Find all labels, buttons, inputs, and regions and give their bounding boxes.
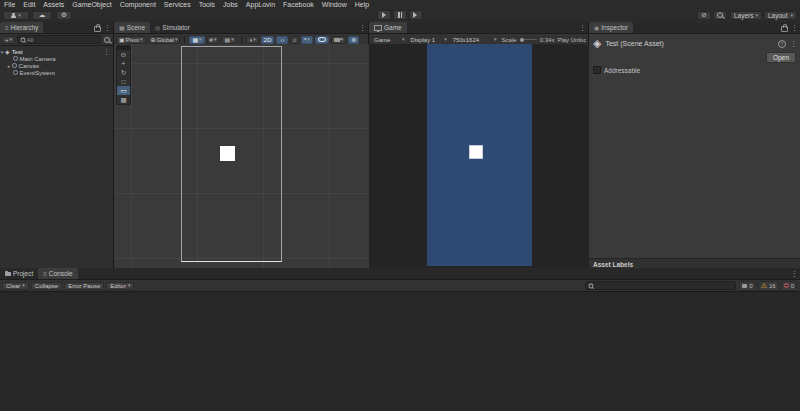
kebab-menu-icon[interactable]: ⋮	[579, 24, 586, 31]
kebab-menu-icon[interactable]: ⋮	[791, 270, 798, 277]
play-button[interactable]	[377, 10, 391, 20]
transform-tool-button[interactable]: ▩	[117, 95, 130, 104]
clear-button[interactable]: Clear ▾	[2, 282, 29, 290]
scene-name-label: Test	[12, 49, 23, 55]
view-tool-button[interactable]: ⊙	[117, 50, 130, 59]
rect-tool-button[interactable]: ▭	[117, 86, 130, 95]
layout-dropdown[interactable]: Layout ▾	[764, 11, 797, 20]
menu-tools[interactable]: Tools	[195, 0, 219, 9]
cloud-button[interactable]: ☁	[32, 11, 52, 20]
tab-hierarchy[interactable]: ≡ Hierarchy	[0, 22, 43, 33]
warning-count-toggle[interactable]: ⚠ 16	[758, 281, 779, 291]
move-tool-button[interactable]: +	[117, 59, 130, 68]
open-button[interactable]: Open	[766, 52, 796, 63]
menu-edit[interactable]: Edit	[19, 0, 39, 9]
collapse-button[interactable]: Collapse	[31, 282, 62, 290]
effects-dropdown[interactable]: * ▾	[301, 36, 313, 44]
editor-dropdown[interactable]: Editor ▾	[106, 282, 134, 290]
tree-item-scene[interactable]: ▾ ◈ Test ⋮	[0, 48, 113, 55]
menu-gameobject[interactable]: GameObject	[68, 0, 115, 9]
error-count-toggle[interactable]: 0	[781, 281, 797, 291]
menu-jobs[interactable]: Jobs	[219, 0, 242, 9]
tab-scene[interactable]: ▦ Scene	[114, 22, 150, 33]
display-dropdown[interactable]: Display 1 ▾	[408, 36, 450, 44]
console-search-field[interactable]	[585, 281, 736, 290]
kebab-menu-icon[interactable]: ⋮	[103, 48, 110, 55]
menu-window[interactable]: Window	[318, 0, 351, 9]
lock-icon[interactable]	[94, 26, 101, 32]
play-icon	[382, 12, 386, 18]
error-pause-label: Error Pause	[68, 283, 100, 289]
tab-simulator[interactable]: ◎ Simulator	[150, 22, 195, 33]
search-everywhere-button[interactable]	[713, 11, 727, 20]
gameobject-icon	[12, 63, 17, 68]
scene-white-square[interactable]	[220, 146, 235, 161]
error-pause-button[interactable]: Error Pause	[64, 282, 104, 290]
chevron-down-icon: ▾	[175, 37, 178, 42]
expand-icon[interactable]: ▸	[7, 63, 11, 69]
kebab-menu-icon[interactable]: ⋮	[791, 24, 798, 31]
2d-mode-button[interactable]: 2D	[261, 36, 275, 44]
step-button[interactable]	[409, 10, 423, 20]
scene-tabbar: ▦ Scene ◎ Simulator ⋮	[114, 22, 368, 34]
rotate-tool-icon: ↻	[121, 69, 126, 77]
tree-item-eventsystem[interactable]: EventSystem	[0, 69, 113, 76]
camera-settings-dropdown[interactable]: ▾	[331, 36, 347, 44]
scene-viewport[interactable]: ⊙ + ↻ □ ▭ ▩	[114, 44, 369, 268]
search-window-icon[interactable]	[104, 37, 110, 43]
scale-slider[interactable]	[520, 39, 537, 40]
hierarchy-search-field[interactable]	[17, 35, 101, 44]
shading-mode-dropdown[interactable]: ◑ ▾	[246, 36, 259, 44]
rotate-tool-button[interactable]: ↻	[117, 68, 130, 77]
tab-console[interactable]: ≡ Console	[38, 268, 77, 279]
tree-item-canvas[interactable]: ▸ Canvas	[0, 62, 113, 69]
snap-increment-icon: ▤	[224, 37, 230, 43]
gizmos-button[interactable]: ⊛	[348, 36, 359, 44]
menu-help[interactable]: Help	[351, 0, 373, 9]
kebab-menu-icon[interactable]: ⋮	[104, 24, 111, 31]
game-viewport[interactable]	[369, 44, 589, 268]
global-toggle-button[interactable]: ⊕ Global ▾	[148, 36, 181, 44]
menu-file[interactable]: File	[0, 0, 19, 9]
tab-project[interactable]: Project	[0, 268, 38, 279]
grid-snap-button[interactable]: ▦ ▾	[189, 36, 204, 44]
hierarchy-toolbar: + ▾	[0, 34, 113, 46]
cloud-status-button[interactable]: ⊘	[697, 11, 711, 20]
help-icon[interactable]: ?	[778, 40, 786, 48]
scene-audio-button[interactable]: ♪	[290, 36, 299, 44]
pivot-toggle-button[interactable]: ▣ Pivot ▾	[116, 36, 146, 44]
console-search-input[interactable]	[595, 283, 733, 289]
create-object-button[interactable]: + ▾	[2, 36, 15, 44]
scene-lighting-button[interactable]: ☼	[276, 36, 288, 44]
kebab-menu-icon[interactable]: ⋮	[359, 24, 366, 31]
menu-facebook[interactable]: Facebook	[279, 0, 318, 9]
game-view-dropdown[interactable]: Game ▾	[371, 36, 408, 44]
layers-dropdown[interactable]: Layers ▾	[730, 11, 762, 20]
plastic-scm-button[interactable]: ⚙	[56, 11, 72, 20]
info-count-toggle[interactable]: 0	[739, 281, 755, 291]
slider-knob[interactable]	[520, 38, 524, 42]
console-log-area[interactable]	[0, 292, 800, 411]
tab-game[interactable]: Game	[369, 22, 407, 33]
addressable-checkbox[interactable]	[593, 66, 601, 74]
scene-visibility-button[interactable]	[315, 36, 329, 44]
play-mode-dropdown[interactable]: Play Unfocused	[557, 37, 586, 43]
pause-button[interactable]	[393, 10, 407, 20]
tab-inspector[interactable]: ◉ Inspector	[589, 22, 633, 33]
resolution-dropdown[interactable]: 750x1624 ▾	[450, 36, 500, 44]
game-tab-label: Game	[384, 24, 402, 31]
scale-tool-button[interactable]: □	[117, 77, 130, 86]
menu-component[interactable]: Component	[116, 0, 160, 9]
snap-button[interactable]: # ▾	[207, 36, 220, 44]
tree-item-main-camera[interactable]: Main Camera	[0, 55, 113, 62]
tree-item-label: Main Camera	[20, 56, 56, 62]
lock-icon[interactable]	[781, 26, 788, 32]
snap-increment-button[interactable]: ▤ ▾	[221, 36, 236, 44]
collapse-icon[interactable]: ▾	[0, 49, 4, 55]
account-button[interactable]: ▾	[3, 11, 29, 20]
hierarchy-search-input[interactable]	[27, 37, 98, 43]
kebab-menu-icon[interactable]: ⋮	[790, 40, 797, 47]
menu-services[interactable]: Services	[160, 0, 195, 9]
menu-assets[interactable]: Assets	[39, 0, 68, 9]
menu-applovin[interactable]: AppLovin	[242, 0, 279, 9]
